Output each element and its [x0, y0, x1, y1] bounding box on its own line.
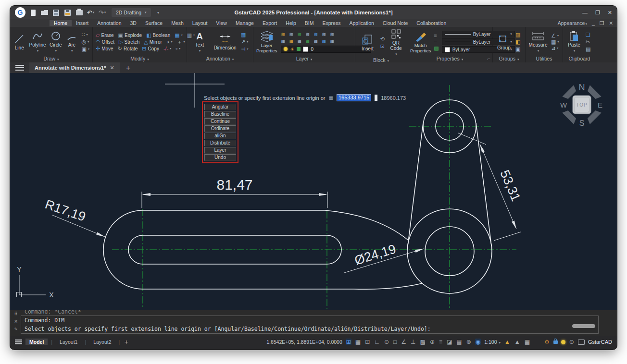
circle-button[interactable]: Circle ▾ — [50, 30, 63, 53]
copy-clip-icon[interactable]: ❏ — [586, 32, 590, 37]
command-drag-handle-icon[interactable]: ⠿ — [14, 311, 17, 316]
erase-button[interactable]: ▱Erase — [96, 33, 114, 38]
tab-cloud-note[interactable]: Cloud Note — [378, 20, 413, 26]
snap-mode-icon[interactable]: ⊞ — [346, 339, 351, 345]
annotation-visibility-icon[interactable]: ▲ — [504, 339, 511, 345]
quick-access-more-icon[interactable]: ▾ — [154, 9, 163, 17]
leader-dropdown[interactable]: ↗▾ — [241, 39, 249, 45]
hatch-display-icon[interactable]: ▩ — [420, 339, 426, 345]
appearance-menu[interactable]: Appearance▾ — [558, 20, 587, 26]
copy-base-icon[interactable]: ▤ — [586, 47, 590, 52]
viewcube-west[interactable]: W — [560, 101, 567, 109]
arc-button[interactable]: Arc ▾ — [65, 30, 78, 53]
dynamic-input-toggle-icon[interactable]: ⊡ — [364, 339, 370, 345]
tab-application[interactable]: Application — [345, 20, 378, 26]
hardware-accel-icon[interactable] — [561, 340, 565, 344]
angle-tool-dropdown[interactable]: ∠▾ — [551, 33, 559, 38]
tab-annotation[interactable]: Annotation — [93, 20, 125, 26]
tab-manage[interactable]: Manage — [231, 20, 258, 26]
mirror-button[interactable]: △Mirror — [144, 39, 162, 45]
menu-item-continue[interactable]: Continue — [204, 118, 236, 125]
command-close-icon[interactable]: × — [14, 318, 17, 325]
tab-collaboration[interactable]: Collaboration — [412, 20, 451, 26]
viewcube-top-face[interactable]: TOP — [576, 102, 587, 108]
annotation-panel-label[interactable]: Annotation ▾ — [187, 56, 253, 62]
tab-insert[interactable]: Insert — [72, 20, 93, 26]
undo-icon[interactable]: ↶▾ — [87, 9, 95, 17]
grid-display-icon[interactable]: ▦ — [355, 339, 361, 345]
lock-ui-icon[interactable] — [553, 340, 558, 344]
block-edit-icon[interactable]: ⟲ — [380, 36, 385, 42]
command-window[interactable]: Command: DIM Select objects or specify f… — [21, 315, 599, 334]
dimension-button[interactable]: Dimension — [213, 33, 238, 50]
menu-item-layer[interactable]: Layer — [204, 147, 236, 154]
offset-button[interactable]: ◠Offset — [96, 39, 114, 45]
document-tab[interactable]: Annotate with Dimensions1* ✕ — [29, 62, 120, 73]
layout2-tab[interactable]: Layout2 — [89, 339, 115, 345]
groups-panel-label[interactable]: Groups ▾ — [493, 56, 525, 62]
cut-icon[interactable]: ✂ — [586, 39, 590, 45]
modify-panel-label[interactable]: Modify ▾ — [93, 56, 187, 62]
tab-bim[interactable]: BIM — [301, 20, 318, 26]
transparency-icon[interactable]: ◪ — [446, 339, 452, 345]
save-icon[interactable] — [52, 9, 60, 17]
rectangle-tools-dropdown[interactable]: ▣▾ — [82, 47, 89, 52]
dialog-launcher-icon[interactable]: ⌐ — [488, 56, 490, 62]
lineweight-list-icon[interactable]: ≡ — [434, 33, 439, 38]
model-tab[interactable]: Model — [25, 339, 48, 345]
status-menu-icon[interactable] — [15, 340, 22, 344]
scale-dropdown[interactable]: ▫▾ — [176, 46, 180, 51]
menu-item-ordinate[interactable]: Ordinate — [204, 125, 236, 132]
file-tabs-menu-icon[interactable] — [15, 65, 24, 71]
clean-screen-icon[interactable] — [578, 340, 585, 345]
doc-minimize-icon[interactable]: _ — [592, 20, 595, 26]
stretch-button[interactable]: ▷Stretch — [119, 39, 139, 45]
group-button[interactable]: Group — [496, 33, 512, 50]
workspace-switch-icon[interactable]: ◉ — [475, 339, 481, 345]
polar-tracking-icon[interactable]: ⊙ — [384, 339, 389, 345]
selection-cycling-icon[interactable]: ▤ — [456, 339, 462, 345]
menu-item-baseline[interactable]: Baseline — [204, 111, 236, 118]
command-prompt[interactable]: Select objects or specify first extensio… — [21, 325, 598, 333]
viewcube-north[interactable]: N — [579, 83, 585, 92]
menu-item-angular[interactable]: Angular — [204, 104, 236, 110]
rotate-button[interactable]: ↻Rotate — [118, 46, 138, 51]
gstarcad-logo-icon[interactable]: G — [15, 7, 25, 18]
qr-code-button[interactable]: QR Code▾ — [388, 28, 404, 57]
tab-layout[interactable]: Layout — [188, 20, 212, 26]
donut-tools-dropdown[interactable]: ◎▾ — [82, 39, 89, 45]
break-dropdown[interactable]: -/-▾ — [163, 46, 171, 51]
doc-close-icon[interactable]: ✕ — [609, 20, 613, 26]
utilities-panel-label[interactable]: Utilities — [526, 56, 563, 62]
insert-button[interactable]: Insert — [358, 34, 377, 51]
calculator-icon[interactable]: ▦▾ — [551, 39, 559, 45]
dynamic-input-y-field[interactable]: 18960.173 — [381, 95, 406, 101]
layer-panel-label[interactable]: Layer ▾ — [253, 56, 355, 62]
draw-panel-label[interactable]: Draw ▾ — [10, 56, 92, 62]
id-point-dropdown[interactable]: ⊿▾ — [551, 46, 559, 51]
clipboard-panel-label[interactable]: Clipboard — [563, 56, 596, 62]
point-tools-dropdown[interactable]: ∷▾ — [82, 32, 89, 37]
linetype-list-icon[interactable]: ┄ — [434, 39, 439, 45]
angle-snap-icon[interactable]: ∠ — [401, 339, 407, 345]
annotation-autoscale-icon[interactable]: ▲ — [514, 339, 521, 345]
tab-express[interactable]: Express — [318, 20, 345, 26]
layer-properties-button[interactable]: Layer Properties — [256, 31, 277, 53]
viewcube-south[interactable]: S — [579, 119, 585, 127]
tab-home[interactable]: Home — [50, 20, 72, 26]
new-layout-icon[interactable]: ＋ — [123, 338, 129, 346]
open-file-icon[interactable] — [40, 9, 49, 17]
restore-icon[interactable]: ❐ — [595, 10, 600, 16]
tab-view[interactable]: View — [212, 20, 231, 26]
viewcube[interactable]: N W E S TOP — [558, 81, 606, 129]
fillet-dropdown[interactable]: ◑▾ — [166, 39, 173, 45]
object-tracking-icon[interactable]: ⊥ — [410, 339, 416, 345]
explode-button[interactable]: ▣Explode — [118, 33, 142, 38]
match-properties-button[interactable]: Match Properties — [410, 31, 431, 53]
array-dropdown[interactable]: ▦▾ — [175, 33, 182, 38]
move-button[interactable]: ✢Move — [96, 46, 113, 51]
group-select-icon[interactable]: ▣ — [515, 47, 520, 52]
doc-restore-icon[interactable]: ❐ — [600, 20, 604, 26]
measure-button[interactable]: Measure ▾ — [528, 30, 548, 53]
menu-item-align[interactable]: aliGn — [204, 133, 236, 139]
